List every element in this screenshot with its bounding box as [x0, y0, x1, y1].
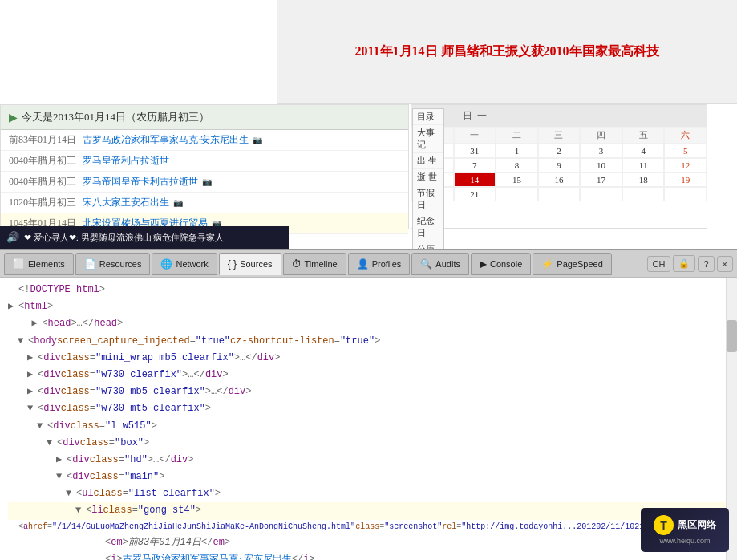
- ticker-text: ❤ 爱心寻人❤: 男婴随母流浪佛山 病危住院急寻家人: [24, 232, 224, 244]
- scrollbar-thumb[interactable]: [727, 320, 737, 352]
- play-icon: ▶: [9, 111, 18, 124]
- date-main: ▶ 今天是2013年01月14日（农历腊月初三） 前83年01月14日古罗马政冶…: [0, 104, 409, 229]
- tab-sources[interactable]: { } Sources: [219, 253, 281, 275]
- code-line-html: ▶ <html>: [8, 298, 729, 315]
- pagespeed-icon: ⚡: [541, 258, 553, 270]
- tab-audits[interactable]: 🔍 Audits: [411, 253, 469, 275]
- event-item-2[interactable]: 0040年腊月初三罗马皇帝利占拉逝世: [1, 151, 408, 172]
- code-content: <!DOCTYPE html> ▶ <html> ▶ <head>…</head…: [0, 278, 737, 560]
- calendar-header: 日期 日 一: [411, 105, 707, 127]
- resources-icon: 📄: [84, 258, 96, 270]
- code-line-a: <a href="/1/14/GuLuoMaZhengZhiJiaHeJunSh…: [8, 520, 729, 534]
- code-line-main: ▼ <div class="main" >: [8, 469, 729, 485]
- date-header: ▶ 今天是2013年01月14日（农历腊月初三）: [1, 105, 408, 130]
- date-header-text: 今天是2013年01月14日（农历腊月初三）: [22, 110, 209, 124]
- code-line-body: ▼ <body screen_capture_injected="true" c…: [8, 333, 729, 350]
- code-line-div4: ▼ <div class="w730 mt5 clearfix" >: [8, 400, 729, 417]
- date-list: 前83年01月14日古罗马政冶家和军事家马克·安东尼出生📷 0040年腊月初三罗…: [1, 130, 408, 234]
- event-item-1[interactable]: 前83年01月14日古罗马政冶家和军事家马克·安东尼出生📷: [1, 130, 408, 151]
- tab-resources[interactable]: 📄 Resources: [75, 253, 151, 275]
- calendar-grid: 日 一 二 三 四 五 六 30 31 1 2 3 4 5 6 7 8 9 10…: [411, 127, 707, 201]
- toolbar-tools: CH 🔒 ? ×: [647, 255, 733, 272]
- date-section: ▶ 今天是2013年01月14日（农历腊月初三） 前83年01月14日古罗马政冶…: [0, 104, 737, 229]
- tab-timeline[interactable]: ⏱ Timeline: [283, 253, 346, 275]
- code-line-div5: ▼ <div class="l w515" >: [8, 418, 729, 435]
- logo-url: www.heiqu.com: [659, 537, 710, 545]
- audits-icon: 🔍: [420, 258, 432, 270]
- code-line-li: ▼ <li class="gong st4" >: [8, 502, 729, 519]
- menu-item-6[interactable]: 纪念日: [413, 213, 443, 241]
- tab-elements[interactable]: ⬜ Elements: [4, 253, 74, 275]
- right-content: 2011年1月14日 师昌绪和王振义获2010年国家最高科技: [277, 0, 737, 103]
- code-line-head: ▶ <head>…</head>: [8, 315, 729, 332]
- menu-item-4[interactable]: 逝 世: [413, 169, 443, 185]
- code-line-em: <em> 前83年01月14日 </em>: [8, 534, 729, 551]
- tab-pagespeed[interactable]: ⚡ PageSpeed: [533, 253, 612, 275]
- sidebar-menu: 目录 大事记 出 生 逝 世 节假日 纪念日 公历: [412, 108, 444, 249]
- menu-item-2[interactable]: 大事记: [413, 125, 443, 153]
- help-button[interactable]: ?: [698, 256, 714, 272]
- browser-content: 2011年1月14日 师昌绪和王振义获2010年国家最高科技 ▶ 今天是2013…: [0, 0, 737, 249]
- code-line-i: <i> 古罗马政治家和军事家马克·安东尼出生 </i>: [8, 551, 729, 560]
- logo-symbol: T: [654, 515, 674, 535]
- menu-item-3[interactable]: 出 生: [413, 153, 443, 169]
- headline-text: 2011年1月14日 师昌绪和王振义获2010年国家最高科技: [346, 35, 666, 68]
- event-item-4[interactable]: 1020年腊月初三宋八大家王安石出生📷: [1, 193, 408, 213]
- close-button[interactable]: ×: [717, 256, 733, 272]
- code-line-div3: ▶ <div class="w730 mb5 clearfix" >…</div…: [8, 383, 729, 400]
- code-line-ul: ▼ <ul class="list clearfix" >: [8, 485, 729, 502]
- top-banner: 2011年1月14日 师昌绪和王振义获2010年国家最高科技: [0, 0, 737, 104]
- tab-network[interactable]: 🌐 Network: [152, 253, 217, 275]
- tab-console[interactable]: ▶ Console: [471, 253, 531, 275]
- menu-item-7[interactable]: 公历: [413, 241, 443, 249]
- menu-item-1[interactable]: 目录: [413, 109, 443, 125]
- sources-icon: { }: [228, 258, 237, 270]
- network-icon: 🌐: [160, 258, 172, 270]
- timeline-icon: ⏱: [292, 258, 302, 270]
- console-icon: ▶: [480, 258, 487, 270]
- code-line-div6: ▼ <div class="box" >: [8, 435, 729, 452]
- code-panel: <!DOCTYPE html> ▶ <html> ▶ <head>…</head…: [0, 278, 737, 560]
- calendar-panel: 日期 日 一 日 一 二 三 四 五 六 30 31 1 2 3 4 5 6: [411, 104, 707, 229]
- code-line-div1: ▶ <div class="mini_wrap mb5 clearfix" >……: [8, 350, 729, 367]
- menu-item-5[interactable]: 节假日: [413, 185, 443, 213]
- code-line-hd: ▶ <div class="hd" >…</div>: [8, 452, 729, 469]
- bottom-logo: T 黑区网络 www.heiqu.com: [641, 508, 729, 552]
- devtools-toolbar: ⬜ Elements 📄 Resources 🌐 Network { } Sou…: [0, 249, 737, 278]
- ch-button[interactable]: CH: [647, 256, 671, 272]
- left-panel: [0, 0, 277, 104]
- profiles-icon: 👤: [357, 258, 369, 270]
- logo-top: T 黑区网络: [654, 515, 716, 535]
- lock-button[interactable]: 🔒: [673, 255, 695, 272]
- ticker-icon: 🔊: [6, 231, 19, 244]
- code-line-div2: ▶ <div class="w730 clearfix" >…</div>: [8, 367, 729, 383]
- elements-icon: ⬜: [13, 258, 25, 270]
- news-ticker[interactable]: 🔊 ❤ 爱心寻人❤: 男婴随母流浪佛山 病危住院急寻家人: [0, 226, 289, 249]
- tab-profiles[interactable]: 👤 Profiles: [348, 253, 411, 275]
- code-line-doctype: <!DOCTYPE html>: [8, 282, 729, 298]
- event-item-3[interactable]: 0040年腊月初三罗马帝国皇帝卡利古拉逝世📷: [1, 172, 408, 193]
- logo-name: 黑区网络: [678, 518, 716, 532]
